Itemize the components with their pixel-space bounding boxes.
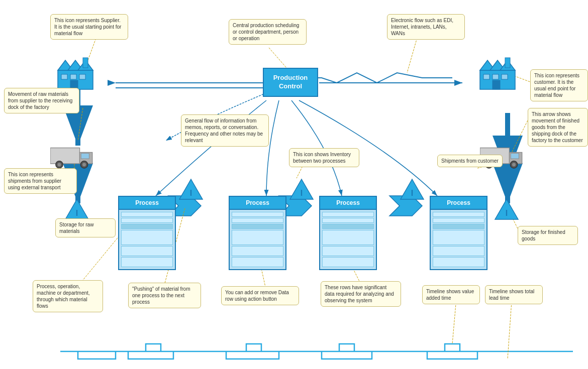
raw-movement-callout-text: Movement of raw materials from supplier … xyxy=(8,91,72,110)
supplier-transport-callout-text: This icon represents shipments from supp… xyxy=(8,172,61,190)
info-flow-callout-text: General flow of information from memos, … xyxy=(185,118,263,143)
main-canvas: Production Control xyxy=(0,0,588,369)
process3-row6 xyxy=(322,257,374,267)
inventory-triangle-3: I xyxy=(400,178,425,201)
data-rows-callout: These rows have significant data require… xyxy=(321,281,401,307)
process1-row6 xyxy=(121,257,173,267)
svg-rect-39 xyxy=(70,74,76,79)
process4-row6 xyxy=(433,257,484,267)
process2-row4 xyxy=(232,230,283,245)
push-callout: "Pushing" of material from one process t… xyxy=(128,283,201,308)
prod-control-callout-text: Central production scheduling or control… xyxy=(233,23,299,41)
process2-row3 xyxy=(232,224,283,229)
process2-row5 xyxy=(232,246,283,256)
process1-row2 xyxy=(121,218,173,223)
process1-row5 xyxy=(121,246,173,256)
finished-goods-triangle: I xyxy=(494,198,519,221)
raw-materials-triangle: I xyxy=(64,198,89,221)
process3-title: Process xyxy=(336,199,360,206)
process-box-4: Process xyxy=(430,196,487,270)
svg-rect-38 xyxy=(61,74,67,79)
lead-time-callout-text: Timeline shows total lead time xyxy=(489,289,534,301)
svg-rect-40 xyxy=(79,74,85,79)
process-box-3: Process xyxy=(319,196,377,270)
process-box-1: Process xyxy=(118,196,176,270)
process3-row3 xyxy=(322,224,374,229)
shipments-customer-callout-text: Shipments from customer xyxy=(441,158,499,164)
finished-storage-callout: Storage for finished goods xyxy=(518,226,578,245)
production-control-box: Production Control xyxy=(263,68,318,97)
customer-callout: This icon represents customer. It is the… xyxy=(530,69,588,101)
svg-text:I: I xyxy=(411,189,413,197)
svg-rect-51 xyxy=(50,148,80,164)
finished-movement-callout-text: This arrow shows movement of finished go… xyxy=(532,111,583,143)
electronic-flow-callout: Electronic flow such as EDI, Internet, i… xyxy=(387,14,465,40)
shipments-customer-callout: Shipments from customer xyxy=(437,155,503,167)
process2-row6 xyxy=(232,257,283,267)
value-added-callout-text: Timeline shows value added time xyxy=(426,289,474,301)
process1-row1 xyxy=(121,212,173,217)
svg-text:I: I xyxy=(301,189,303,197)
svg-line-16 xyxy=(269,48,286,68)
lead-time-callout: Timeline shows total lead time xyxy=(485,285,543,304)
svg-text:I: I xyxy=(190,189,192,197)
svg-rect-49 xyxy=(502,74,508,79)
raw-movement-callout: Movement of raw materials from supplier … xyxy=(4,88,79,113)
supplier-transport-callout: This icon represents shipments from supp… xyxy=(4,168,77,194)
process-box-2: Process xyxy=(229,196,286,270)
svg-rect-50 xyxy=(493,80,500,89)
raw-storage-callout-text: Storage for raw materials xyxy=(59,222,93,234)
svg-point-57 xyxy=(82,163,86,166)
finished-movement-callout: This arrow shows movement of finished go… xyxy=(528,108,588,147)
process3-row4 xyxy=(322,230,374,245)
finished-storage-callout-text: Storage for finished goods xyxy=(522,229,565,241)
supplier-factory-icon xyxy=(55,55,95,90)
inventory-triangle-1: I xyxy=(178,178,204,201)
process3-row5 xyxy=(322,246,374,256)
svg-text:I: I xyxy=(76,209,78,217)
process-callout-text: Process, operation, machine or departmen… xyxy=(37,284,90,309)
svg-rect-46 xyxy=(505,58,510,68)
svg-rect-48 xyxy=(493,74,499,79)
process4-row4 xyxy=(433,230,484,245)
process1-title: Process xyxy=(135,199,159,206)
process1-row3 xyxy=(121,224,173,229)
svg-line-19 xyxy=(78,108,83,141)
process4-row3 xyxy=(433,224,484,229)
svg-rect-47 xyxy=(483,74,489,79)
prod-control-callout: Central production scheduling or control… xyxy=(229,19,307,45)
value-added-callout: Timeline shows value added time xyxy=(422,285,480,304)
data-row-callout: You can add or remove Data row using act… xyxy=(221,286,299,305)
svg-rect-60 xyxy=(511,153,519,159)
svg-line-17 xyxy=(407,38,417,73)
supplier-truck-icon xyxy=(50,143,95,172)
raw-storage-callout: Storage for raw materials xyxy=(55,218,116,237)
svg-rect-53 xyxy=(81,153,89,159)
process4-title: Process xyxy=(447,199,470,206)
process2-row1 xyxy=(232,212,283,217)
process4-row1 xyxy=(433,212,484,217)
process4-row2 xyxy=(433,218,484,223)
process1-row4 xyxy=(121,230,173,245)
prod-control-label: Production Control xyxy=(273,74,308,90)
process2-title: Process xyxy=(246,199,269,206)
supplier-callout: This icon represents Supplier. It is the… xyxy=(50,14,128,40)
process3-row1 xyxy=(322,212,374,217)
inventory-callout-text: This icon shows Inventory between two pr… xyxy=(293,152,351,164)
process2-row2 xyxy=(232,218,283,223)
info-flow-callout: General flow of information from memos, … xyxy=(181,114,269,147)
process3-row2 xyxy=(322,218,374,223)
svg-point-55 xyxy=(57,163,61,166)
svg-rect-37 xyxy=(83,58,88,68)
inventory-triangle-2: I xyxy=(289,178,314,201)
inventory-callout: This icon shows Inventory between two pr… xyxy=(289,148,359,167)
svg-text:I: I xyxy=(506,209,508,217)
customer-callout-text: This icon represents customer. It is the… xyxy=(534,73,579,98)
customer-factory-icon xyxy=(477,55,518,90)
data-rows-callout-text: These rows have significant data require… xyxy=(325,285,394,303)
supplier-callout-text: This icon represents Supplier. It is the… xyxy=(54,18,121,36)
electronic-flow-callout-text: Electronic flow such as EDI, Internet, i… xyxy=(391,18,453,36)
svg-point-64 xyxy=(512,163,516,166)
process-callout: Process, operation, machine or departmen… xyxy=(33,280,103,312)
data-row-callout-text: You can add or remove Data row using act… xyxy=(225,290,289,302)
